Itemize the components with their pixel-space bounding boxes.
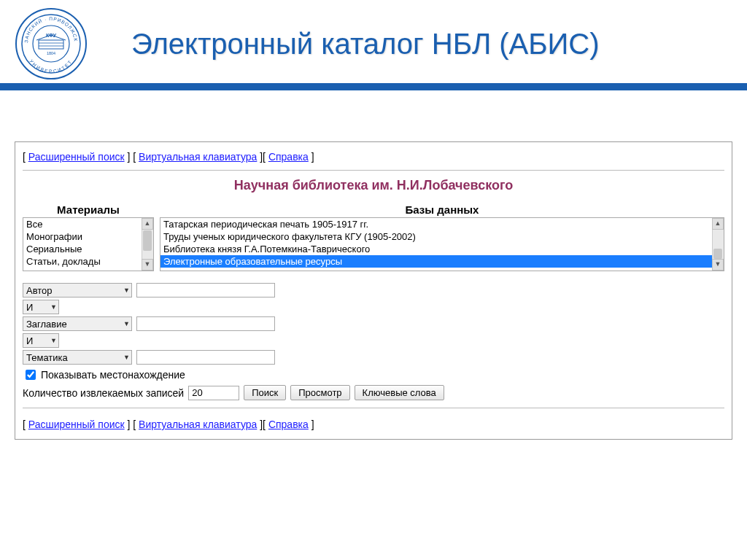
field1-value: Автор <box>26 285 53 296</box>
field2-select[interactable]: Заглавие ▼ <box>23 316 132 331</box>
op2-value: И <box>26 335 33 346</box>
list-item[interactable]: Монографии <box>23 230 142 243</box>
slide-title: Электронный каталог НБЛ (АБИС) <box>131 28 599 61</box>
list-item[interactable]: Татарская периодическая печать 1905-1917… <box>160 218 712 230</box>
list-item[interactable]: Труды ученых юридического факультета КГУ… <box>160 230 712 243</box>
link-advanced-search[interactable]: Расширенный поиск <box>28 151 125 163</box>
nav-links-top: [ Расширенный поиск ] [ Виртуальная клав… <box>23 147 724 167</box>
chevron-down-icon: ▼ <box>123 287 130 294</box>
nav-links-bottom: [ Расширенный поиск ] [ Виртуальная клав… <box>23 414 724 435</box>
view-button[interactable]: Просмотр <box>290 385 349 400</box>
keywords-button[interactable]: Ключевые слова <box>355 385 444 400</box>
field1-select[interactable]: Автор ▼ <box>23 283 132 298</box>
field1-input[interactable] <box>136 283 275 298</box>
university-logo: КФУ 1804 КАЗАНСКИЙ · ПРИВОЛЖСКИЙ УНИВЕРС… <box>15 7 88 80</box>
show-location-checkbox[interactable] <box>26 370 36 380</box>
materials-header: Материалы <box>23 203 154 216</box>
records-input[interactable] <box>188 386 239 400</box>
link-virtual-keyboard[interactable]: Виртуальная клавиатура <box>139 419 257 430</box>
chevron-down-icon: ▼ <box>50 337 57 344</box>
scroll-down-icon[interactable]: ▼ <box>712 259 724 271</box>
catalog-frame: [ Расширенный поиск ] [ Виртуальная клав… <box>15 141 732 440</box>
records-label: Количество извлекаемых записей <box>23 387 184 399</box>
list-item[interactable]: Сериальные <box>23 243 142 255</box>
list-item[interactable]: Электронные образовательные ресурсы <box>160 255 712 268</box>
scroll-up-icon[interactable]: ▲ <box>712 218 724 230</box>
field2-input[interactable] <box>136 316 275 331</box>
field3-select[interactable]: Тематика ▼ <box>23 350 132 365</box>
databases-header: Базы данных <box>160 203 724 216</box>
op1-select[interactable]: И ▼ <box>23 300 59 314</box>
link-help[interactable]: Справка <box>268 151 309 163</box>
divider <box>23 170 724 171</box>
scroll-down-icon[interactable]: ▼ <box>142 259 153 271</box>
field3-value: Тематика <box>26 352 68 363</box>
field2-value: Заглавие <box>26 319 67 330</box>
list-item[interactable]: Статьи, доклады <box>23 255 142 268</box>
databases-listbox[interactable]: Татарская периодическая печать 1905-1917… <box>160 217 724 271</box>
chevron-down-icon: ▼ <box>123 354 130 361</box>
op1-value: И <box>26 302 33 313</box>
scroll-up-icon[interactable]: ▲ <box>142 218 153 230</box>
list-item[interactable]: Библиотека князя Г.А.Потемкина-Таврическ… <box>160 243 712 255</box>
search-button[interactable]: Поиск <box>244 385 286 400</box>
divider <box>23 408 724 408</box>
svg-point-1 <box>22 15 80 73</box>
scrollbar-thumb[interactable] <box>143 230 152 251</box>
svg-text:1804: 1804 <box>47 51 55 55</box>
field3-input[interactable] <box>136 350 275 365</box>
header-divider <box>0 83 747 90</box>
show-location-label: Показывать местонахождение <box>41 369 185 381</box>
materials-listbox[interactable]: ВсеМонографииСериальныеСтатьи, доклады ▲… <box>23 217 154 271</box>
link-advanced-search[interactable]: Расширенный поиск <box>28 419 125 430</box>
op2-select[interactable]: И ▼ <box>23 333 59 348</box>
library-title: Научная библиотека им. Н.И.Лобачевского <box>23 178 724 193</box>
chevron-down-icon: ▼ <box>50 303 57 311</box>
svg-rect-4 <box>39 40 63 49</box>
list-item[interactable]: Все <box>23 218 142 230</box>
chevron-down-icon: ▼ <box>123 320 130 327</box>
scrollbar-thumb[interactable] <box>713 249 722 259</box>
link-help[interactable]: Справка <box>268 419 309 430</box>
link-virtual-keyboard[interactable]: Виртуальная клавиатура <box>139 151 257 163</box>
svg-text:УНИВЕРСИТЕТ: УНИВЕРСИТЕТ <box>29 58 74 74</box>
